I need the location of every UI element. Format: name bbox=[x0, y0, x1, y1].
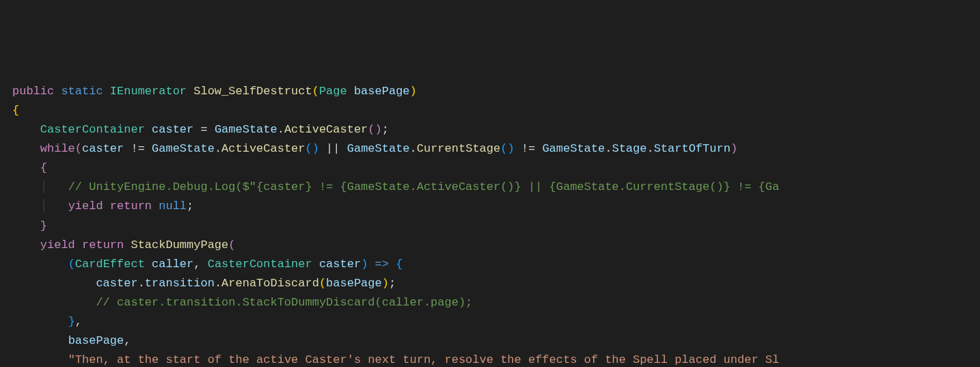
code-line: { bbox=[12, 101, 980, 120]
paren-close: ) bbox=[361, 258, 368, 271]
keyword-yield: yield bbox=[40, 239, 75, 252]
param-name: caster bbox=[319, 258, 361, 271]
paren-open: ( bbox=[75, 142, 82, 155]
code-line: │ yield return null; bbox=[12, 197, 980, 216]
return-type: IEnumerator bbox=[110, 85, 187, 98]
keyword-yield: yield bbox=[68, 200, 103, 213]
dot: . bbox=[605, 142, 612, 155]
code-line: CasterContainer caster = GameState.Activ… bbox=[12, 120, 980, 139]
method-call: CurrentStage bbox=[417, 142, 500, 155]
paren-open: ( bbox=[68, 258, 75, 271]
arrow: => bbox=[368, 258, 396, 271]
dot: . bbox=[646, 142, 653, 155]
object: GameState bbox=[542, 142, 605, 155]
keyword-return: return bbox=[82, 239, 124, 252]
paren-open: ( bbox=[312, 85, 319, 98]
object: caster bbox=[96, 277, 137, 290]
comment: // UnityEngine.Debug.Log($"{caster} != {… bbox=[68, 180, 780, 193]
paren-pair: () bbox=[368, 123, 381, 136]
argument: basePage bbox=[68, 334, 124, 347]
type-name: CasterContainer bbox=[40, 123, 145, 136]
operator-neq: != bbox=[515, 142, 543, 155]
brace-open: { bbox=[40, 161, 47, 174]
semicolon: ; bbox=[389, 277, 396, 290]
code-line: // caster.transition.StackToDummyDiscard… bbox=[12, 293, 980, 312]
keyword-return: return bbox=[110, 200, 152, 213]
method-name: Slow_SelfDestruct bbox=[193, 85, 312, 98]
comma: , bbox=[193, 258, 207, 271]
paren-pair: () bbox=[305, 142, 319, 155]
type-name: CardEffect bbox=[75, 258, 145, 271]
code-line: "Then, at the start of the active Caster… bbox=[12, 351, 980, 367]
code-editor[interactable]: public static IEnumerator Slow_SelfDestr… bbox=[12, 82, 980, 367]
object: GameState bbox=[347, 142, 410, 155]
property: StartOfTurn bbox=[654, 142, 731, 155]
code-line: { bbox=[12, 159, 980, 178]
variable: caster bbox=[82, 142, 124, 155]
dot: . bbox=[215, 277, 221, 290]
code-line: yield return StackDummyPage( bbox=[12, 236, 980, 255]
method-call: ActiveCaster bbox=[284, 123, 368, 136]
brace-open: { bbox=[396, 258, 403, 271]
comma: , bbox=[75, 315, 82, 328]
dot: . bbox=[410, 142, 417, 155]
paren-pair: () bbox=[500, 142, 514, 155]
paren-close: ) bbox=[410, 85, 417, 98]
code-line: (CardEffect caller, CasterContainer cast… bbox=[12, 255, 980, 274]
indent-guide: │ bbox=[40, 180, 47, 193]
code-line: } bbox=[12, 217, 980, 236]
keyword-public: public bbox=[12, 85, 54, 98]
operator-or: || bbox=[319, 142, 347, 155]
variable: caster bbox=[152, 123, 193, 136]
brace-close: } bbox=[68, 315, 75, 328]
brace-close: } bbox=[40, 219, 47, 232]
string-literal: "Then, at the start of the active Caster… bbox=[68, 353, 780, 366]
brace-open: { bbox=[12, 104, 19, 117]
semicolon: ; bbox=[187, 200, 193, 213]
property: transition bbox=[145, 277, 215, 290]
operator-neq: != bbox=[124, 142, 152, 155]
type-name: CasterContainer bbox=[208, 258, 312, 271]
code-line: caster.transition.ArenaToDiscard(basePag… bbox=[12, 274, 980, 293]
code-line: basePage, bbox=[12, 331, 980, 351]
keyword-static: static bbox=[61, 85, 103, 98]
paren-close: ) bbox=[731, 142, 737, 155]
dot: . bbox=[138, 277, 145, 290]
semicolon: ; bbox=[382, 123, 389, 136]
dot: . bbox=[215, 142, 221, 155]
code-line: }, bbox=[12, 312, 980, 331]
param-type: Page bbox=[319, 85, 347, 98]
param-name: basePage bbox=[354, 85, 410, 98]
property: Stage bbox=[612, 142, 646, 155]
comma: , bbox=[124, 334, 131, 347]
paren-open: ( bbox=[228, 239, 235, 252]
method-call: ActiveCaster bbox=[221, 142, 305, 155]
object: GameState bbox=[215, 123, 277, 136]
keyword-while: while bbox=[40, 142, 75, 155]
object: GameState bbox=[152, 142, 215, 155]
code-line: while(caster != GameState.ActiveCaster()… bbox=[12, 139, 980, 159]
code-line: │ // UnityEngine.Debug.Log($"{caster} !=… bbox=[12, 178, 980, 197]
indent-guide: │ bbox=[40, 200, 47, 213]
param-name: caller bbox=[152, 258, 193, 271]
method-call: ArenaToDiscard bbox=[221, 277, 319, 290]
dot: . bbox=[277, 123, 284, 136]
code-line: public static IEnumerator Slow_SelfDestr… bbox=[12, 82, 980, 101]
paren-open: ( bbox=[319, 277, 326, 290]
paren-close: ) bbox=[382, 277, 389, 290]
comment: // caster.transition.StackToDummyDiscard… bbox=[96, 296, 472, 309]
method-call: StackDummyPage bbox=[131, 239, 228, 252]
operator: = bbox=[193, 123, 215, 136]
keyword-null: null bbox=[159, 200, 187, 213]
argument: basePage bbox=[326, 277, 382, 290]
